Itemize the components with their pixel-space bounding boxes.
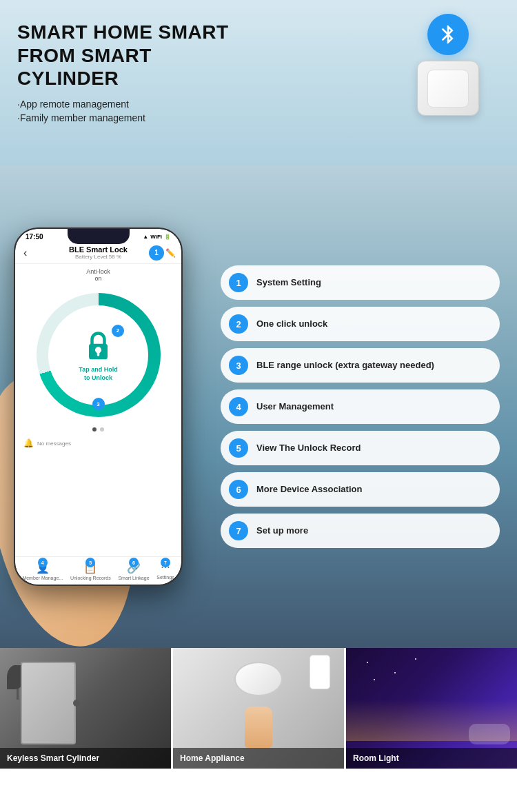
nav-badge-5: 5 xyxy=(85,558,95,567)
feature-text-7: Set up more xyxy=(256,525,308,537)
phone-mockup: 17:50 ▲ WiFi 🔋 ‹ BLE Smart Lock Battery … xyxy=(14,227,183,586)
card-keyless: Keyless Smart Cylinder xyxy=(0,648,171,769)
card-label-room-light: Room Light xyxy=(346,748,517,769)
hand-holding xyxy=(245,707,272,748)
top-section: SMART HOME SMART FROM SMART CYLINDER ·Ap… xyxy=(0,0,517,165)
bluetooth-icon xyxy=(437,23,459,45)
nav-badge-7: 7 xyxy=(161,558,170,567)
phone-notch xyxy=(68,229,130,244)
bluetooth-device xyxy=(400,14,496,131)
edit-icon[interactable]: ✏️ xyxy=(165,248,176,258)
lock-icon-wrap: 2 xyxy=(83,328,114,363)
notification-text: No messages xyxy=(37,440,71,447)
feature-text-2: One click unlock xyxy=(256,318,327,330)
svg-rect-2 xyxy=(97,351,100,356)
feature-num-6: 6 xyxy=(229,480,248,499)
feature-text-4: User Management xyxy=(256,401,334,413)
card-label-appliance: Home Appliance xyxy=(173,748,344,769)
anti-lock: Anti-lock on xyxy=(15,264,181,286)
status-time: 17:50 xyxy=(26,233,43,241)
nav-item-records[interactable]: 5 📋 Unlocking Records xyxy=(70,561,111,580)
back-arrow[interactable]: ‹ xyxy=(23,247,27,259)
dot-active xyxy=(92,427,97,432)
status-icons: ▲ WiFi 🔋 xyxy=(143,234,171,240)
nav-label-linkage: Smart Linkage xyxy=(118,576,149,580)
bottom-cards: Keyless Smart Cylinder Home Appliance Ro… xyxy=(0,648,517,769)
app-badge: 1 xyxy=(149,245,164,261)
feature-item-4: 4User Management xyxy=(221,389,500,424)
app-header: ‹ BLE Smart Lock Battery Level:58 % 1 ✏️ xyxy=(15,242,181,264)
star xyxy=(367,662,368,663)
phone-small xyxy=(310,655,330,689)
badge-2: 2 xyxy=(112,325,124,337)
nav-label-settings: Settings xyxy=(156,575,174,580)
nav-label-member: Member Manage... xyxy=(22,576,63,580)
card-label-keyless: Keyless Smart Cylinder xyxy=(0,748,171,769)
lock-icon xyxy=(83,328,114,363)
nav-item-settings[interactable]: 7 ··· Settings xyxy=(156,561,174,580)
star xyxy=(394,672,396,673)
card-appliance: Home Appliance xyxy=(173,648,344,769)
nav-label-records: Unlocking Records xyxy=(70,576,111,580)
feature-item-5: 5View The Unlock Record xyxy=(221,431,500,465)
dots-indicator xyxy=(15,424,181,435)
main-content: 17:50 ▲ WiFi 🔋 ‹ BLE Smart Lock Battery … xyxy=(0,165,517,648)
feature-item-3: 3BLE range unlock (extra gateway needed) xyxy=(221,348,500,383)
feature-item-6: 6More Device Association xyxy=(221,472,500,507)
feature-text-1: System Setting xyxy=(256,277,321,289)
door-knob xyxy=(73,700,80,707)
feature-item-1: 1System Setting xyxy=(221,265,500,300)
bluetooth-icon-circle xyxy=(427,14,469,55)
feature-num-4: 4 xyxy=(229,397,248,416)
feature-item-7: 7Set up more xyxy=(221,514,500,548)
nav-item-member[interactable]: 4 👤 Member Manage... xyxy=(22,561,63,580)
door-decoration xyxy=(21,662,76,744)
nav-badge-6: 6 xyxy=(129,558,139,567)
inner-ring[interactable]: 2 Tap and Holdto Unlock xyxy=(48,305,148,405)
robot-shape xyxy=(234,662,283,696)
bell-icon: 🔔 xyxy=(23,438,34,448)
terrace-furniture xyxy=(469,724,510,744)
feature-text-3: BLE range unlock (extra gateway needed) xyxy=(256,360,434,372)
phone-screen: 17:50 ▲ WiFi 🔋 ‹ BLE Smart Lock Battery … xyxy=(15,229,181,585)
nav-badge-4: 4 xyxy=(38,558,48,567)
main-title: SMART HOME SMART FROM SMART CYLINDER xyxy=(17,21,238,90)
bottom-nav: 4 👤 Member Manage... 5 📋 Unlocking Recor… xyxy=(15,556,181,585)
feature-text-5: View The Unlock Record xyxy=(256,443,361,454)
feature-num-7: 7 xyxy=(229,521,248,540)
feature-num-5: 5 xyxy=(229,438,248,458)
star xyxy=(374,679,375,680)
feature-num-2: 2 xyxy=(229,314,248,334)
features-list: 1System Setting2One click unlock3BLE ran… xyxy=(217,179,503,634)
feature-text-6: More Device Association xyxy=(256,484,362,496)
gateway-inner xyxy=(427,70,469,108)
tap-text: Tap and Holdto Unlock xyxy=(79,366,117,382)
feature-num-1: 1 xyxy=(229,273,248,292)
badge-3: 3 xyxy=(92,398,105,410)
nav-item-linkage[interactable]: 6 🔗 Smart Linkage xyxy=(118,561,149,580)
star xyxy=(415,658,416,660)
gateway-device xyxy=(417,61,479,116)
notification-bar: 🔔 No messages xyxy=(15,435,181,451)
card-room-light: Room Light xyxy=(346,648,517,769)
feature-num-3: 3 xyxy=(229,356,248,375)
stars xyxy=(353,655,510,696)
phone-container: 17:50 ▲ WiFi 🔋 ‹ BLE Smart Lock Battery … xyxy=(14,179,207,634)
feature-item-2: 2One click unlock xyxy=(221,307,500,341)
dot-inactive xyxy=(100,427,104,432)
lock-area: 2 Tap and Holdto Unlock 3 xyxy=(15,286,181,424)
